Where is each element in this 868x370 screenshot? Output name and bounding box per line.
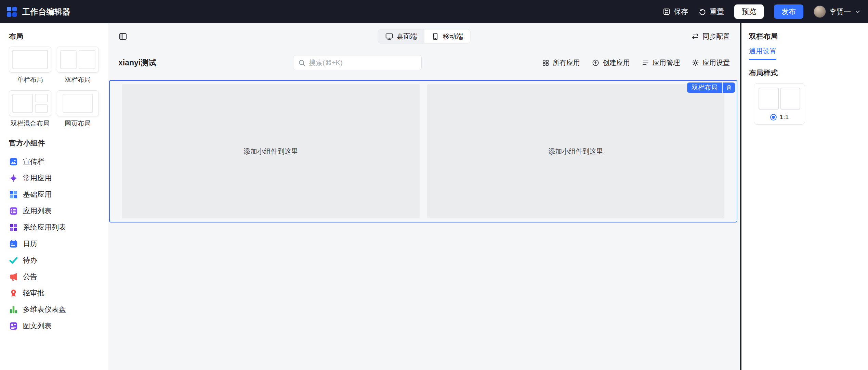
layout-option-webpage[interactable]: 网页布局 [57, 90, 99, 128]
widget-item-banner[interactable]: 宣传栏 [9, 153, 99, 170]
blocks-icon [9, 190, 18, 199]
announcement-icon [9, 272, 18, 281]
create-app-link[interactable]: 创建应用 [592, 58, 630, 67]
topbar: 工作台编辑器 保存 重置 预览 发布 李贤一 [0, 0, 868, 23]
widget-item-frequent-apps[interactable]: 常用应用 [9, 170, 99, 186]
workspace-title: xianyi测试 [118, 58, 156, 68]
panel-toggle-icon [118, 32, 128, 41]
canvas-actions: 所有应用 创建应用 应用管理 应用设置 [542, 58, 730, 67]
widget-item-system-app-list[interactable]: 系统应用列表 [9, 219, 99, 235]
grid-icon [542, 59, 550, 67]
app-settings-link[interactable]: 应用设置 [692, 58, 730, 67]
selected-layout-block[interactable]: 双栏布局 添加小组件到这里 添加小组件到这里 [109, 80, 737, 222]
save-icon [662, 8, 671, 16]
tab-desktop[interactable]: 桌面端 [378, 29, 424, 43]
toggle-sidebar-button[interactable] [118, 32, 128, 41]
calendar-icon [9, 239, 18, 248]
two-column-thumbnail [57, 47, 99, 73]
widget-item-calendar[interactable]: 日历 [9, 235, 99, 252]
dropzone-right[interactable]: 添加小组件到这里 [427, 84, 725, 218]
ratio-radio[interactable] [770, 114, 777, 120]
ratio-label: 1:1 [780, 113, 789, 121]
widgets-section-heading: 官方小组件 [9, 138, 99, 148]
webpage-thumbnail [57, 90, 99, 116]
page-title: 工作台编辑器 [22, 7, 70, 17]
search-input[interactable] [309, 59, 417, 67]
layout-option-two-column[interactable]: 双栏布局 [57, 47, 99, 84]
sync-arrows-icon [691, 32, 699, 40]
phone-icon [431, 32, 440, 41]
dropzone-hint: 添加小组件到这里 [244, 147, 298, 156]
widget-list: 宣传栏 常用应用 基础应用 [9, 153, 99, 334]
image-text-icon [9, 321, 18, 331]
layout-section-heading: 布局 [9, 31, 99, 41]
trash-icon [725, 84, 732, 91]
layout-option-mixed-two-column[interactable]: 双栏混合布局 [9, 90, 51, 128]
approval-icon [9, 289, 18, 298]
save-button[interactable]: 保存 [662, 7, 688, 16]
sync-config-button[interactable]: 同步配置 [691, 32, 730, 41]
app-list-icon [9, 206, 18, 216]
ratio-thumbnail [759, 88, 800, 110]
widget-item-basic-apps[interactable]: 基础应用 [9, 186, 99, 203]
layout-style-heading: 布局样式 [749, 68, 860, 78]
inspector-panel: 双栏布局 通用设置 布局样式 1:1 [741, 23, 868, 370]
widget-item-todo[interactable]: 待办 [9, 252, 99, 268]
ratio-row: 1:1 [770, 113, 789, 121]
layout-style-option[interactable]: 1:1 [754, 83, 805, 125]
block-tag: 双栏布局 [687, 82, 735, 93]
canvas-area: 桌面端 移动端 同步配置 xianyi测试 所有应 [108, 23, 740, 370]
app-management-link[interactable]: 应用管理 [642, 58, 680, 67]
dropzone-left[interactable]: 添加小组件到这里 [122, 84, 420, 218]
list-icon [642, 59, 649, 67]
all-apps-link[interactable]: 所有应用 [542, 58, 580, 67]
reset-button[interactable]: 重置 [698, 7, 724, 16]
widget-item-image-text-list[interactable]: 图文列表 [9, 318, 99, 334]
reset-icon [698, 8, 707, 16]
widget-sidebar: 布局 单栏布局 双栏布局 双栏混合布局 网页布局 官方小组 [0, 23, 108, 370]
tab-mobile[interactable]: 移动端 [424, 29, 470, 43]
avatar[interactable] [814, 5, 826, 18]
block-tag-label: 双栏布局 [687, 82, 722, 93]
layout-grid: 单栏布局 双栏布局 双栏混合布局 网页布局 [9, 47, 99, 128]
widget-item-app-list[interactable]: 应用列表 [9, 203, 99, 219]
username: 李贤一 [829, 7, 851, 16]
tab-general-settings[interactable]: 通用设置 [749, 47, 776, 60]
single-column-thumbnail [9, 47, 51, 73]
mixed-two-column-thumbnail [9, 90, 51, 116]
dropzone-hint: 添加小组件到这里 [548, 147, 603, 156]
device-switcher: 桌面端 移动端 [378, 29, 471, 43]
sparkle-icon [9, 174, 18, 183]
app-logo-icon[interactable] [7, 7, 17, 17]
widget-item-light-approval[interactable]: 轻审批 [9, 285, 99, 301]
chevron-down-icon [854, 8, 861, 15]
delete-block-button[interactable] [723, 82, 735, 93]
layout-option-single-column[interactable]: 单栏布局 [9, 47, 51, 84]
monitor-icon [385, 32, 394, 41]
banner-icon [9, 157, 18, 166]
widget-item-announcement[interactable]: 公告 [9, 268, 99, 285]
search-icon [298, 59, 306, 67]
todo-check-icon [9, 256, 18, 265]
widget-item-base-dashboard[interactable]: 多维表仪表盘 [9, 301, 99, 318]
gear-icon [692, 59, 699, 67]
canvas-toolbar: 桌面端 移动端 同步配置 [108, 23, 740, 49]
preview-button[interactable]: 预览 [734, 4, 764, 19]
system-app-list-icon [9, 223, 18, 232]
dashboard-icon [9, 305, 18, 314]
publish-button[interactable]: 发布 [774, 4, 803, 19]
plus-circle-icon [592, 59, 600, 67]
user-menu[interactable]: 李贤一 [814, 5, 861, 18]
inspector-title: 双栏布局 [749, 31, 860, 41]
canvas-header: xianyi测试 所有应用 创建应用 应用管理 [108, 49, 740, 76]
search-box[interactable] [293, 55, 422, 70]
